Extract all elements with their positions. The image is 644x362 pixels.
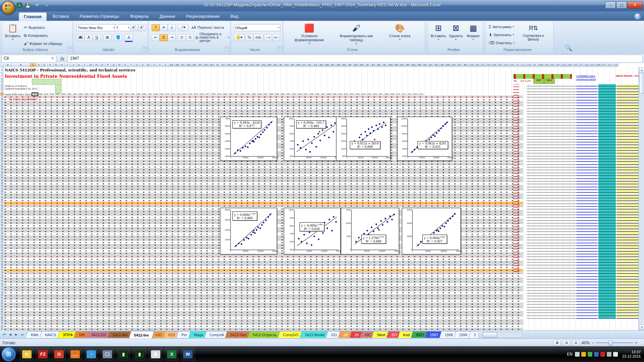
scatter-chart-5[interactable]: 8000060000400002000000500000100000015000… — [220, 208, 277, 254]
alignment-dialog-launcher[interactable]: ◳ — [225, 47, 229, 51]
year-cell[interactable]: 1991 — [286, 93, 291, 96]
tray-icon-5[interactable] — [600, 352, 605, 357]
column-header-AZ[interactable]: AZ — [313, 63, 319, 67]
row-header-11[interactable]: 11 — [0, 101, 4, 104]
column-header-W[interactable]: W — [146, 63, 151, 67]
scatter-chart-7[interactable]: 150001000050000050000010000001500000y = … — [341, 208, 399, 254]
column-header-BX[interactable]: BX — [451, 63, 457, 67]
autosum-button[interactable]: ΣАвтосумма▾ — [488, 23, 515, 30]
column-header-CN[interactable]: CN — [544, 63, 549, 67]
row-header-60[interactable]: 60 — [0, 238, 4, 241]
column-header-P[interactable]: P — [105, 63, 111, 67]
row-header-27[interactable]: 27 — [0, 146, 4, 148]
maximize-button[interactable]: ▢ — [616, 1, 627, 9]
row-header-4[interactable]: 4 — [0, 81, 4, 84]
sheet-tab-2[interactable]: 2 — [469, 331, 478, 338]
column-header-CL[interactable]: CL — [532, 63, 538, 67]
column-header-BT[interactable]: BT — [428, 63, 434, 67]
column-header-CP[interactable]: CP — [555, 63, 561, 67]
zoom-slider[interactable] — [596, 342, 633, 343]
compilation-link[interactable]: Compilation-usa-s — [576, 75, 595, 77]
column-header-AY[interactable]: AY — [307, 63, 313, 67]
row-header-2[interactable]: 2 — [0, 73, 4, 79]
align-left-icon[interactable]: ⇤ — [152, 34, 160, 41]
shrink-font-icon[interactable]: A˅ — [138, 24, 146, 31]
zoom-out-icon[interactable]: − — [592, 341, 594, 345]
column-header-BN[interactable]: BN — [394, 63, 399, 67]
trendline-equation[interactable]: y = 0,006x1,199R² = 0,969 — [232, 212, 257, 221]
trendline-equation[interactable]: y = 0,004x - 103,7R² = 0,484 — [296, 120, 326, 128]
accounting-format-icon[interactable]: 🪙▾ — [234, 34, 245, 41]
row-header-79[interactable]: 79 — [0, 292, 4, 294]
insert-cells-button[interactable]: ⊞ Вставить▾ — [430, 22, 447, 46]
column-header-AC[interactable]: AC — [180, 63, 186, 67]
column-header-C[interactable]: C — [30, 63, 36, 67]
grow-font-icon[interactable]: A˄ — [130, 24, 138, 31]
number-dialog-launcher[interactable]: ◳ — [277, 47, 282, 51]
horizontal-scroll-thumb[interactable] — [483, 332, 497, 338]
horizontal-scrollbar[interactable] — [482, 332, 523, 338]
row-header-67[interactable]: 67 — [0, 258, 4, 260]
row-header-45[interactable]: 45 — [0, 196, 4, 199]
row-header-15[interactable]: 15 — [0, 112, 4, 115]
row-header-58[interactable]: 58 — [0, 233, 4, 235]
wrap-text-button[interactable]: 🗚Перенос текста — [191, 24, 225, 31]
row-header-9[interactable]: 9 — [0, 96, 4, 98]
column-header-U[interactable]: U — [134, 63, 140, 67]
year-cell[interactable]: 1965 — [136, 93, 142, 96]
column-header-CX[interactable]: CX — [601, 63, 607, 67]
column-header-BQ[interactable]: BQ — [411, 63, 417, 67]
tray-icon-4[interactable] — [594, 352, 599, 357]
trendline-equation[interactable]: y = 0,012x + 5619R² = 0,606 — [350, 141, 380, 149]
row-header-13[interactable]: 13 — [0, 107, 4, 110]
filezilla-icon[interactable]: FZ — [36, 348, 50, 361]
column-header-BL[interactable]: BL — [382, 63, 388, 67]
row-header-5[interactable]: 5 — [0, 84, 4, 87]
row-header-40[interactable]: 40 — [0, 182, 4, 185]
row-header-82[interactable]: 82 — [0, 300, 4, 303]
scroll-up-icon[interactable]: ▲ — [639, 67, 644, 73]
row-header-33[interactable]: 33 — [0, 163, 4, 166]
opera-icon[interactable]: O — [52, 348, 66, 361]
year-cell[interactable]: 1999 — [332, 93, 337, 96]
column-header-BD[interactable]: BD — [336, 63, 342, 67]
column-header-CT[interactable]: CT — [578, 63, 584, 67]
align-middle-icon[interactable]: ≡ — [160, 24, 168, 31]
office-button[interactable] — [1, 1, 15, 15]
year-cell[interactable]: 1987 — [263, 93, 268, 96]
row-header-70[interactable]: 70 — [0, 266, 4, 269]
year-cell[interactable]: 1982 — [234, 93, 239, 96]
column-header-BP[interactable]: BP — [405, 63, 411, 67]
year-cell[interactable]: 1993 — [297, 93, 303, 96]
tray-icon-2[interactable] — [581, 352, 586, 357]
conditional-formatting-button[interactable]: 🟥 Условное форматирование▾ — [287, 22, 331, 46]
year-cell[interactable]: 1948 — [38, 93, 43, 96]
column-header-CA[interactable]: CA — [469, 63, 474, 67]
tray-icon-1[interactable] — [575, 352, 580, 357]
row-header-90[interactable]: 90 — [0, 322, 4, 325]
firefox-icon[interactable]: 🦊 — [68, 348, 83, 361]
format-as-table-button[interactable]: 🖌 Форматировать как таблицу▾ — [334, 22, 378, 46]
column-header-K[interactable]: K — [76, 63, 82, 67]
increase-indent-icon[interactable]: ⇉ — [186, 34, 194, 41]
fill-color-icon[interactable]: 🪣 — [114, 34, 122, 41]
italic-button[interactable]: К — [85, 34, 93, 41]
align-bottom-icon[interactable]: ⤓ — [168, 24, 176, 31]
year-cell[interactable]: 2011 — [401, 93, 407, 96]
row-header-78[interactable]: 78 — [0, 289, 4, 291]
column-header-AK[interactable]: AK — [226, 63, 232, 67]
row-header-30[interactable]: 30 — [0, 154, 4, 157]
row-header-19[interactable]: 19 — [0, 124, 4, 126]
year-cell[interactable]: 2001 — [343, 93, 349, 96]
column-header-A[interactable]: A — [4, 63, 12, 67]
row-header-18[interactable]: 18 — [0, 121, 4, 123]
year-cell[interactable]: 1971 — [170, 93, 176, 96]
column-header-BA[interactable]: BA — [319, 63, 324, 67]
remote-desktop-icon[interactable]: 🖵 — [100, 348, 115, 361]
column-header-G[interactable]: G — [53, 63, 59, 67]
year-cell[interactable]: 1973 — [182, 93, 187, 96]
trendline-equation[interactable]: y = 1,579x0,674R² = 0,668 — [361, 235, 386, 244]
column-header-AF[interactable]: AF — [198, 63, 203, 67]
trendline-equation[interactable]: y = 0,043x - 4224R² = 0,977 — [232, 120, 261, 128]
row-header-56[interactable]: 56 — [0, 227, 4, 230]
